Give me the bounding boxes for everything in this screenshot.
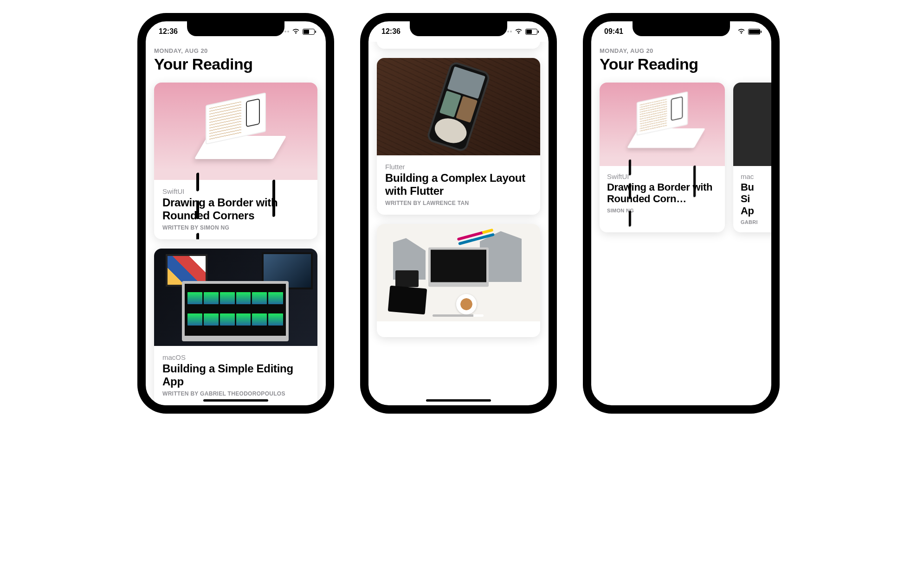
card-category: SwiftUI (162, 187, 309, 195)
article-card[interactable] (377, 224, 540, 337)
page-title: Your Reading (154, 55, 317, 73)
card-author: WRITTEN BY SIMON NG (162, 224, 309, 231)
card-image (377, 224, 540, 321)
card-category: mac (741, 173, 771, 180)
article-card[interactable]: macOS Building a Simple Editing App WRIT… (154, 249, 317, 405)
card-author: GABRI (741, 219, 771, 225)
home-indicator[interactable] (203, 399, 268, 402)
horizontal-card-scroll[interactable]: SwiftUI Drawing a Border with Rounded Co… (600, 83, 763, 232)
phone-mockup-2: 12:36 macOS Building a Simple Editing Ap… (361, 14, 556, 413)
notch (633, 21, 730, 36)
main-scroll[interactable]: macOS Building a Simple Editing App WRIT… (368, 42, 549, 405)
wifi-icon (737, 28, 745, 36)
article-card[interactable]: macOS Building a Simple Editing App WRIT… (377, 42, 540, 49)
notch (187, 21, 284, 36)
battery-icon (525, 29, 537, 35)
card-image (600, 83, 725, 166)
article-card[interactable]: mac Bu Si Ap GABRI (733, 83, 771, 232)
main-scroll[interactable]: MONDAY, AUG 20 Your Reading SwiftUI Draw… (591, 42, 771, 405)
home-indicator[interactable] (426, 399, 491, 402)
card-title: Drawing a Border with Rounded Corn… (607, 181, 717, 205)
page-title: Your Reading (600, 55, 763, 73)
article-card[interactable]: Flutter Building a Complex Layout with F… (377, 58, 540, 215)
card-title: Drawing a Border with Rounded Corners (162, 196, 309, 222)
card-author: WRITTEN BY LAWRENCE TAN (385, 200, 532, 206)
card-image (733, 83, 771, 166)
card-image (377, 58, 540, 155)
wifi-icon (515, 28, 523, 36)
article-card[interactable]: SwiftUI Drawing a Border with Rounded Co… (154, 83, 317, 239)
date-label: MONDAY, AUG 20 (600, 47, 763, 54)
main-scroll[interactable]: MONDAY, AUG 20 Your Reading SwiftUI Draw… (146, 42, 326, 405)
battery-icon (303, 29, 315, 35)
card-title: Building a Complex Layout with Flutter (385, 172, 532, 197)
card-author: WRITTEN BY GABRIEL THEODOROPOULOS (162, 390, 309, 397)
card-category: macOS (162, 353, 309, 361)
card-title: Bu Si Ap (741, 181, 771, 217)
wifi-icon (292, 28, 300, 36)
card-title: Building a Simple Editing App (162, 362, 309, 388)
card-author: SIMON NG (607, 208, 717, 213)
status-time: 12:36 (381, 27, 400, 36)
battery-icon (748, 29, 760, 35)
status-time: 09:41 (604, 27, 623, 36)
card-category: SwiftUI (607, 173, 717, 180)
notch (410, 21, 507, 36)
article-card[interactable]: SwiftUI Drawing a Border with Rounded Co… (600, 83, 725, 232)
date-label: MONDAY, AUG 20 (154, 47, 317, 54)
status-time: 12:36 (159, 27, 178, 36)
phone-mockup-1: 12:36 MONDAY, AUG 20 Your Reading Swif (138, 14, 333, 413)
phone-mockup-3: 09:41 MONDAY, AUG 20 Your Reading SwiftU… (584, 14, 779, 413)
card-image (154, 249, 317, 346)
card-image (154, 83, 317, 180)
card-category: Flutter (385, 163, 532, 171)
